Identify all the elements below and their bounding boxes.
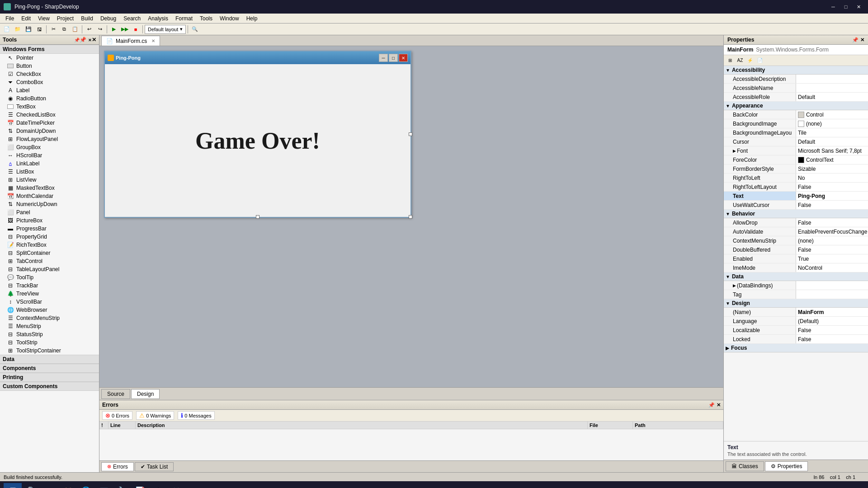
tool-maskedtextbox[interactable]: ▦ MaskedTextBox [0, 184, 99, 192]
prop-value-accessible-role[interactable]: Default [796, 93, 868, 101]
category-behavior[interactable]: ▼ Behavior [724, 210, 868, 218]
category-design[interactable]: ▼ Design [724, 299, 868, 308]
messages-count-badge[interactable]: ℹ 0 Messages [178, 411, 214, 420]
prop-value-autovalidate[interactable]: EnablePreventFocusChange [796, 227, 868, 236]
properties-tab[interactable]: ⚙ Properties [765, 461, 808, 471]
category-data[interactable]: Data [0, 355, 99, 364]
menu-help[interactable]: Help [243, 14, 261, 23]
tool-trackbar[interactable]: ⊟ TrackBar [0, 282, 99, 290]
debug-button[interactable]: ▶▶ [120, 24, 130, 34]
save-all-button[interactable]: 🖫 [34, 24, 44, 34]
design-area[interactable]: Ping-Pong ─ □ ✕ Game Over! [99, 46, 723, 387]
tool-treeview[interactable]: 🌲 TreeView [0, 290, 99, 298]
prop-value-forecolor[interactable]: ControlText [796, 155, 868, 164]
tool-toolstripcontainer[interactable]: ⊞ ToolStripContainer [0, 347, 99, 355]
prop-value-righttoleftlayout[interactable]: False [796, 183, 868, 191]
warnings-count-badge[interactable]: ⚠ 0 Warnings [136, 411, 174, 420]
prop-value-backcolor[interactable]: Control [796, 110, 868, 119]
tool-flowlayoutpanel[interactable]: ⊞ FlowLayoutPanel [0, 135, 99, 143]
stop-button[interactable]: ■ [131, 24, 141, 34]
menu-search[interactable]: Search [120, 14, 144, 23]
prop-value-cursor[interactable]: Default [796, 137, 868, 146]
tool-combobox[interactable]: ⏷ ComboBox [0, 78, 99, 86]
tool-radiobutton[interactable]: ◉ RadioButton [0, 94, 99, 103]
form-close-button[interactable]: ✕ [399, 54, 408, 62]
prop-value-enabled[interactable]: True [796, 254, 868, 263]
prop-value-doublebuffered[interactable]: False [796, 245, 868, 254]
toolbox-close[interactable]: ✕ [88, 37, 96, 43]
prop-value-allowdrop[interactable]: False [796, 218, 868, 227]
run-button[interactable]: ▶ [109, 24, 119, 34]
prop-value-databindings[interactable] [796, 281, 868, 290]
form-resize-handle-right[interactable] [409, 132, 412, 136]
form-maximize-button[interactable]: □ [389, 54, 398, 62]
errors-close[interactable]: ✕ [717, 402, 721, 408]
props-sort-category[interactable]: ⊞ [726, 56, 735, 65]
tool-textbox[interactable]: TextBox [0, 103, 99, 111]
layout-dropdown[interactable]: Default layout ▾ [145, 25, 186, 34]
errors-tab[interactable]: ⊗ Errors [101, 462, 134, 471]
category-custom-components[interactable]: Custom Components [0, 382, 99, 391]
tool-splitcontainer[interactable]: ⊟ SplitContainer [0, 249, 99, 257]
prop-value-locked[interactable]: False [796, 335, 868, 343]
tool-tabcontrol[interactable]: ⊞ TabControl [0, 257, 99, 265]
design-tab[interactable]: Design [131, 389, 160, 399]
prop-value-backgroundimage[interactable]: (none) [796, 119, 868, 128]
prop-value-text[interactable]: Ping-Pong [796, 192, 868, 200]
errors-count-badge[interactable]: ⊗ 0 Errors [102, 411, 132, 420]
prop-value-tag[interactable] [796, 290, 868, 299]
close-button[interactable]: ✕ [853, 2, 864, 11]
source-tab[interactable]: Source [101, 389, 130, 399]
file-explorer-button[interactable]: 📁 [60, 483, 76, 488]
props-show-events[interactable]: ⚡ [745, 56, 755, 65]
taskbar-app-3[interactable]: 📝 [132, 483, 148, 488]
menu-debug[interactable]: Debug [97, 14, 120, 23]
search-button[interactable]: 🔍 [190, 24, 200, 34]
redo-button[interactable]: ↪ [95, 24, 105, 34]
props-property-pages[interactable]: 📄 [755, 56, 764, 65]
menu-project[interactable]: Project [53, 14, 77, 23]
form-resize-handle-bottom[interactable] [256, 215, 259, 219]
menu-window[interactable]: Window [216, 14, 243, 23]
taskbar-app-2[interactable]: 🔧 [114, 483, 130, 488]
menu-analysis[interactable]: Analysis [144, 14, 172, 23]
taskbar-app-1[interactable]: 📧 [96, 483, 112, 488]
paste-button[interactable]: 📋 [70, 24, 80, 34]
tool-richtextbox[interactable]: 📝 RichTextBox [0, 241, 99, 249]
prop-value-imemode[interactable]: NoControl [796, 263, 868, 272]
new-button[interactable]: 📄 [2, 24, 12, 34]
cut-button[interactable]: ✂ [48, 24, 58, 34]
category-windows-forms[interactable]: Windows Forms [0, 45, 99, 54]
tool-listbox[interactable]: ☰ ListBox [0, 168, 99, 176]
tool-vscrollbar[interactable]: ↕ VScrollBar [0, 298, 99, 306]
menu-build[interactable]: Build [77, 14, 97, 23]
menu-tools[interactable]: Tools [196, 14, 216, 23]
prop-value-language[interactable]: (Default) [796, 317, 868, 325]
prop-value-name[interactable]: MainForm [796, 308, 868, 316]
form-minimize-button[interactable]: ─ [379, 54, 388, 62]
maximize-button[interactable]: □ [840, 2, 852, 11]
category-accessibility[interactable]: ▼ Accessibility [724, 66, 868, 75]
document-tab-mainform[interactable]: 📄 MainForm.cs ✕ [101, 36, 160, 46]
tool-monthcalendar[interactable]: 📆 MonthCalendar [0, 192, 99, 200]
taskbar-app-4[interactable]: ⚙ [150, 483, 166, 488]
prop-value-accessible-description[interactable] [796, 75, 868, 83]
prop-value-usewaitcursor[interactable]: False [796, 201, 868, 209]
minimize-button[interactable]: ─ [827, 2, 839, 11]
tool-numericupdown[interactable]: ⇅ NumericUpDown [0, 200, 99, 208]
start-button[interactable]: ⊞ [4, 483, 22, 488]
taskview-button[interactable]: ⊟ [42, 483, 58, 488]
classes-tab[interactable]: 🏛 Classes [726, 461, 764, 471]
toolbox-pin[interactable]: 📌 [74, 37, 86, 43]
tool-propertygrid[interactable]: ⊟ PropertyGrid [0, 233, 99, 241]
tool-webbrowser[interactable]: 🌐 WebBrowser [0, 306, 99, 314]
tool-button[interactable]: Button [0, 62, 99, 70]
task-list-tab[interactable]: ✔ Task List [135, 462, 174, 471]
copy-button[interactable]: ⧉ [59, 24, 69, 34]
tool-checkbox[interactable]: ☑ CheckBox [0, 70, 99, 78]
tool-checkedlistbox[interactable]: ☰ CheckedListBox [0, 111, 99, 119]
tool-groupbox[interactable]: ⬜ GroupBox [0, 143, 99, 151]
tool-listview[interactable]: ⊞ ListView [0, 176, 99, 184]
tool-datetimepicker[interactable]: 📅 DateTimePicker [0, 119, 99, 127]
databindings-expand-icon[interactable]: ▶ [733, 283, 736, 288]
